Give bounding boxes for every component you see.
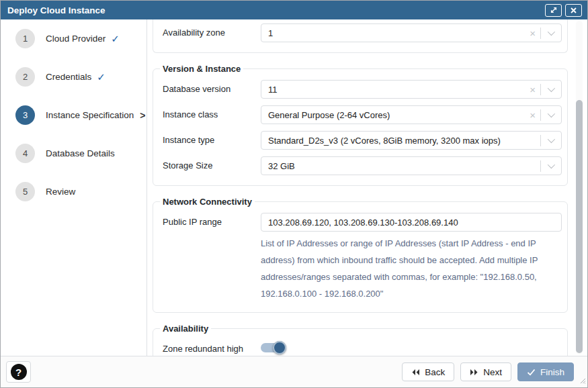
- database-version-combobox[interactable]: 11 ×: [261, 80, 562, 99]
- close-button[interactable]: [565, 4, 582, 17]
- step-number-badge: 3: [15, 105, 35, 125]
- deploy-cloud-instance-dialog: Deploy Cloud Instance 1 Cloud Provider ✓…: [0, 0, 588, 388]
- storage-size-label: Storage Size: [160, 160, 261, 171]
- back-button-label: Back: [425, 367, 445, 377]
- database-version-label: Database version: [160, 84, 261, 95]
- step-label: Cloud Provider: [46, 34, 106, 44]
- storage-size-combobox[interactable]: 32 GiB: [261, 156, 562, 175]
- public-ip-range-input[interactable]: [261, 213, 562, 232]
- network-connectivity-legend: Network Connectivity: [160, 197, 255, 207]
- chevron-down-icon[interactable]: [541, 30, 556, 36]
- instance-type-row: Instance type Standard_D2s_v3 (2 vCores,…: [159, 128, 563, 153]
- wizard-steps-sidebar: 1 Cloud Provider ✓ 2 Credentials ✓ 3 Ins…: [1, 19, 147, 356]
- chevron-down-icon[interactable]: [541, 112, 556, 117]
- availability-legend: Availability: [160, 324, 211, 334]
- public-ip-range-row: Public IP range List of IP Addresses or …: [159, 209, 563, 305]
- check-icon: [527, 369, 536, 376]
- step-completed-check-icon: ✓: [111, 33, 120, 45]
- resize-grip[interactable]: [580, 376, 586, 386]
- step-number-badge: 4: [15, 144, 35, 163]
- maximize-button[interactable]: [545, 4, 562, 17]
- public-ip-range-help-text: List of IP Addresses or range of IP Addr…: [261, 235, 562, 302]
- step-label: Review: [46, 187, 75, 197]
- storage-size-value: 32 GiB: [268, 161, 540, 171]
- network-connectivity-section: Network Connectivity Public IP range Lis…: [153, 197, 568, 313]
- vertical-scrollbar[interactable]: [576, 21, 583, 354]
- next-button-label: Next: [483, 367, 502, 377]
- double-arrow-right-icon: [470, 369, 478, 376]
- zone-section: Availability zone 1 ×: [153, 19, 568, 53]
- availability-zone-label: Availability zone: [160, 28, 261, 38]
- dialog-title: Deploy Cloud Instance: [7, 5, 542, 15]
- scrollbar-thumb[interactable]: [576, 100, 583, 353]
- step-label: Database Details: [46, 148, 115, 158]
- help-button[interactable]: ?: [6, 361, 31, 383]
- chevron-down-icon[interactable]: [541, 163, 556, 168]
- back-button[interactable]: Back: [402, 362, 454, 381]
- next-button[interactable]: Next: [460, 362, 511, 381]
- step-instance-specification[interactable]: 3 Instance Specification >: [15, 105, 146, 125]
- instance-type-value: Standard_D2s_v3 (2 vCores, 8GiB memory, …: [268, 136, 540, 146]
- zone-redundant-ha-row: Zone redundant high availability Zone re…: [159, 336, 563, 356]
- toggle-thumb: [273, 341, 286, 354]
- availability-section: Availability Zone redundant high availab…: [153, 324, 568, 356]
- finish-button[interactable]: Finish: [517, 362, 574, 381]
- step-cloud-provider[interactable]: 1 Cloud Provider ✓: [15, 29, 146, 48]
- step-number-badge: 1: [15, 29, 35, 48]
- instance-type-combobox[interactable]: Standard_D2s_v3 (2 vCores, 8GiB memory, …: [261, 131, 562, 150]
- step-number-badge: 5: [15, 182, 35, 201]
- availability-zone-combobox[interactable]: 1 ×: [261, 23, 562, 42]
- availability-zone-value: 1: [268, 28, 525, 38]
- chevron-down-icon[interactable]: [541, 138, 556, 143]
- storage-size-row: Storage Size 32 GiB: [159, 153, 563, 179]
- zone-redundant-ha-toggle[interactable]: [261, 341, 288, 354]
- step-review[interactable]: 5 Review: [15, 182, 146, 201]
- step-label: Credentials: [46, 72, 91, 82]
- dialog-footer: ? Back Next Finish: [1, 356, 587, 387]
- dialog-body: 1 Cloud Provider ✓ 2 Credentials ✓ 3 Ins…: [1, 19, 587, 356]
- step-active-chevron-icon: >: [140, 110, 145, 121]
- step-label: Instance Specification: [46, 110, 134, 120]
- help-icon: ?: [11, 364, 27, 380]
- instance-class-row: Instance class General Purpose (2-64 vCo…: [159, 102, 563, 128]
- step-number-badge: 2: [15, 67, 35, 87]
- database-version-row: Database version 11 ×: [159, 77, 563, 102]
- close-icon: [570, 7, 577, 14]
- step-form-content: Availability zone 1 × Version & Instance: [147, 19, 587, 356]
- clear-icon[interactable]: ×: [525, 28, 540, 38]
- instance-type-label: Instance type: [160, 135, 261, 146]
- step-completed-check-icon: ✓: [97, 71, 106, 83]
- instance-class-label: Instance class: [160, 109, 261, 120]
- public-ip-range-label: Public IP range: [160, 213, 261, 228]
- chevron-down-icon[interactable]: [541, 87, 556, 92]
- dialog-titlebar: Deploy Cloud Instance: [1, 1, 587, 19]
- double-arrow-left-icon: [411, 369, 420, 376]
- version-instance-section: Version & Instance Database version 11 ×…: [153, 64, 568, 186]
- instance-class-combobox[interactable]: General Purpose (2-64 vCores) ×: [261, 105, 562, 124]
- maximize-icon: [550, 6, 558, 14]
- zone-redundant-ha-label: Zone redundant high availability: [160, 340, 261, 356]
- version-instance-legend: Version & Instance: [160, 64, 243, 74]
- database-version-value: 11: [268, 85, 525, 95]
- step-credentials[interactable]: 2 Credentials ✓: [15, 67, 146, 87]
- step-database-details[interactable]: 4 Database Details: [15, 144, 146, 163]
- finish-button-label: Finish: [540, 367, 564, 377]
- availability-zone-row: Availability zone 1 ×: [159, 20, 563, 46]
- clear-icon[interactable]: ×: [525, 85, 540, 95]
- instance-class-value: General Purpose (2-64 vCores): [268, 110, 525, 120]
- clear-icon[interactable]: ×: [525, 110, 540, 120]
- resize-grip-icon: [580, 378, 586, 384]
